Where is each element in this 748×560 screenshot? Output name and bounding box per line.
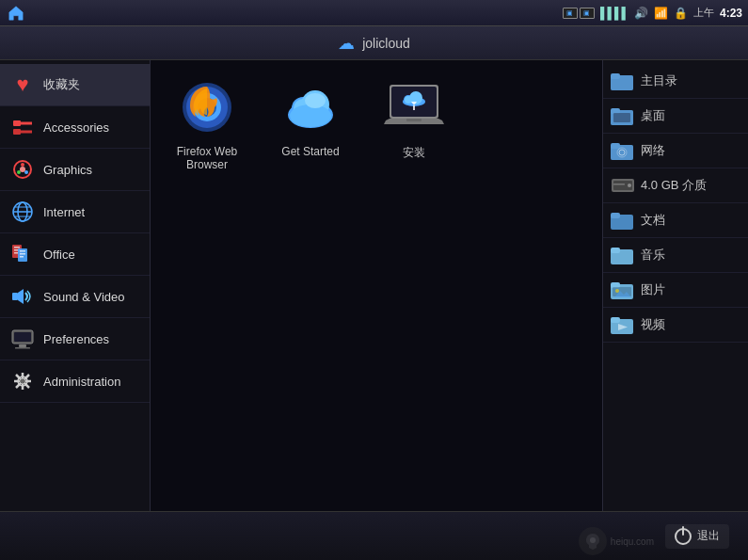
svg-marker-21 bbox=[18, 289, 24, 304]
internet-icon bbox=[9, 199, 36, 225]
office-icon bbox=[9, 241, 36, 267]
network-label: 网络 bbox=[641, 142, 665, 159]
svg-point-41 bbox=[290, 104, 331, 127]
svg-point-4 bbox=[24, 170, 28, 174]
taskbar-left bbox=[6, 3, 26, 24]
sidebar-item-preferences[interactable]: Preferences bbox=[0, 318, 150, 360]
favorites-label: 收藏夹 bbox=[43, 76, 80, 93]
monitor-icon2: ▣ bbox=[580, 8, 595, 19]
videos-folder-icon bbox=[611, 314, 635, 335]
left-sidebar: ♥ 收藏夹 Accessories bbox=[0, 60, 151, 511]
monitor-icon: ▣ bbox=[563, 8, 578, 19]
watermark-text: heiqu.com bbox=[611, 536, 654, 547]
graphics-label: Graphics bbox=[43, 163, 92, 177]
sidebar-item-office[interactable]: Office bbox=[0, 233, 150, 276]
svg-rect-51 bbox=[406, 119, 422, 121]
right-item-documents[interactable]: 文档 bbox=[603, 203, 748, 238]
lock-icon: 🔒 bbox=[674, 7, 688, 20]
right-item-home[interactable]: 主目录 bbox=[603, 64, 748, 99]
documents-folder-icon bbox=[611, 210, 635, 231]
svg-point-80 bbox=[590, 537, 596, 543]
svg-point-6 bbox=[20, 167, 25, 172]
music-label: 音乐 bbox=[641, 247, 665, 264]
accessories-icon bbox=[9, 114, 36, 140]
svg-rect-23 bbox=[14, 332, 31, 342]
svg-rect-0 bbox=[13, 120, 21, 126]
clock-time: 4:23 bbox=[720, 7, 742, 20]
app-install[interactable]: 安装 bbox=[367, 70, 461, 179]
get-started-label: Get Started bbox=[281, 145, 339, 158]
svg-rect-69 bbox=[611, 213, 620, 218]
logout-button[interactable]: 退出 bbox=[665, 524, 729, 549]
pictures-folder-icon bbox=[611, 280, 635, 300]
center-area: Firefox Web Browser Get St bbox=[151, 60, 602, 511]
sound-video-icon bbox=[9, 283, 36, 310]
clock-period: 上午 bbox=[693, 6, 714, 20]
svg-rect-67 bbox=[613, 184, 625, 185]
right-item-desktop[interactable]: 桌面 bbox=[603, 99, 748, 134]
svg-point-66 bbox=[628, 184, 631, 187]
taskbar: ▣ ▣ ▌▌▌▌ 🔊 📶 🔒 上午 4:23 bbox=[0, 0, 748, 26]
storage-label: 4.0 GB 介质 bbox=[641, 177, 707, 194]
app-title: jolicloud bbox=[362, 36, 410, 51]
firefox-icon-container bbox=[177, 77, 237, 137]
right-item-music[interactable]: 音乐 bbox=[603, 238, 748, 273]
right-item-videos[interactable]: 视频 bbox=[603, 308, 748, 343]
internet-label: Internet bbox=[43, 205, 85, 219]
network-folder-icon bbox=[611, 140, 635, 161]
svg-rect-17 bbox=[20, 250, 25, 252]
desktop-label: 桌面 bbox=[641, 107, 665, 124]
administration-icon bbox=[9, 368, 36, 394]
preferences-icon bbox=[9, 326, 36, 352]
sidebar-item-favorites[interactable]: ♥ 收藏夹 bbox=[0, 64, 150, 106]
svg-rect-18 bbox=[20, 253, 25, 255]
volume-icon: 🔊 bbox=[634, 7, 648, 20]
power-icon bbox=[675, 528, 692, 545]
videos-label: 视频 bbox=[641, 316, 665, 333]
svg-rect-20 bbox=[12, 293, 18, 300]
watermark: heiqu.com bbox=[579, 527, 654, 555]
favorites-icon: ♥ bbox=[9, 72, 36, 98]
bottom-bar: heiqu.com 退出 bbox=[0, 511, 748, 560]
svg-point-32 bbox=[21, 379, 25, 384]
jolicloud-cloud-icon: ☁ bbox=[338, 33, 355, 54]
home-label: 主目录 bbox=[641, 72, 677, 89]
svg-rect-61 bbox=[611, 145, 633, 160]
svg-rect-19 bbox=[20, 256, 24, 258]
app-get-started[interactable]: Get Started bbox=[263, 70, 358, 179]
install-icon-container bbox=[384, 77, 444, 137]
svg-rect-15 bbox=[14, 252, 18, 254]
right-item-pictures[interactable]: 图片 bbox=[603, 273, 748, 308]
right-item-storage[interactable]: 4.0 GB 介质 bbox=[603, 168, 748, 203]
svg-rect-58 bbox=[613, 113, 630, 122]
sound-video-label: Sound & Video bbox=[43, 290, 125, 304]
svg-rect-1 bbox=[13, 129, 21, 135]
documents-label: 文档 bbox=[641, 212, 665, 229]
accessories-label: Accessories bbox=[43, 120, 109, 135]
network-icon: 📶 bbox=[654, 7, 668, 20]
right-item-network[interactable]: 网络 bbox=[603, 134, 748, 168]
administration-label: Administration bbox=[43, 375, 120, 389]
app-firefox[interactable]: Firefox Web Browser bbox=[160, 70, 254, 179]
battery-icon: ▌▌▌▌ bbox=[600, 7, 629, 20]
graphics-icon bbox=[9, 156, 36, 183]
right-sidebar: 主目录 桌面 bbox=[602, 60, 748, 511]
taskbar-right: ▣ ▣ ▌▌▌▌ 🔊 📶 🔒 上午 4:23 bbox=[563, 6, 742, 20]
home-icon[interactable] bbox=[6, 3, 26, 24]
svg-point-3 bbox=[21, 163, 24, 167]
svg-rect-24 bbox=[19, 344, 26, 347]
sidebar-item-accessories[interactable]: Accessories bbox=[0, 106, 150, 149]
music-folder-icon bbox=[611, 245, 635, 265]
sidebar-item-internet[interactable]: Internet bbox=[0, 191, 150, 233]
svg-rect-78 bbox=[611, 317, 620, 323]
home-folder-icon bbox=[611, 71, 635, 91]
get-started-icon-container bbox=[280, 77, 341, 137]
logout-label: 退出 bbox=[697, 528, 720, 544]
svg-rect-54 bbox=[611, 75, 633, 90]
sidebar-item-graphics[interactable]: Graphics bbox=[0, 149, 150, 191]
svg-point-75 bbox=[615, 289, 619, 293]
watermark-logo bbox=[579, 527, 607, 555]
firefox-label: Firefox Web Browser bbox=[167, 145, 247, 171]
sidebar-item-sound-video[interactable]: Sound & Video bbox=[0, 276, 150, 318]
sidebar-item-administration[interactable]: Administration bbox=[0, 360, 150, 403]
